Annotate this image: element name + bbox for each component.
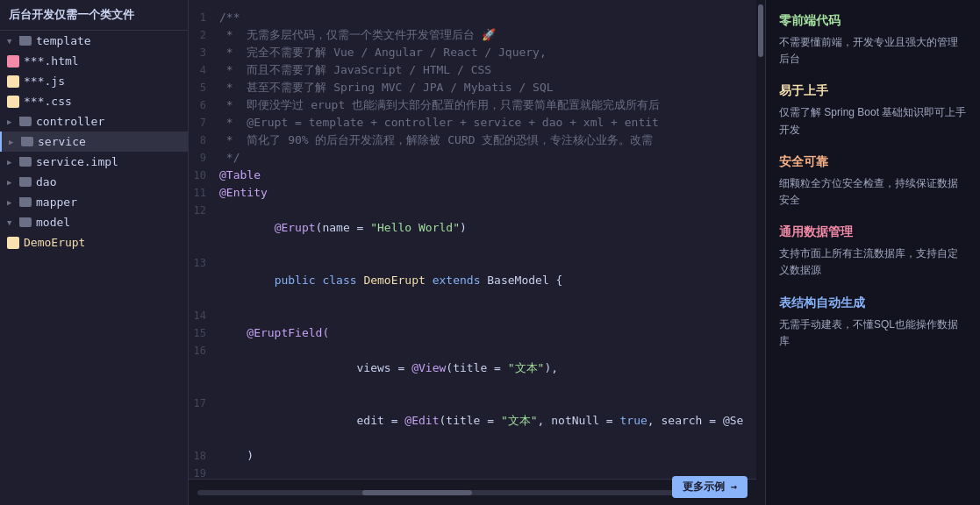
more-examples-button[interactable]: 更多示例 →: [672, 476, 748, 498]
feature-title-zero-frontend: 零前端代码: [779, 13, 967, 29]
feature-table-gen: 表结构自动生成 无需手动建表，不懂SQL也能操作数据库: [779, 295, 967, 350]
code-line-2: 2 * 无需多层代码，仅需一个类文件开发管理后台 🚀: [189, 26, 756, 44]
feature-desc-safe: 细颗粒全方位安全检查，持续保证数据安全: [779, 175, 967, 209]
code-line-1: 1 /**: [189, 9, 756, 26]
code-text-13: public class DemoErupt extends BaseModel…: [219, 254, 748, 307]
bottom-bar: 更多示例 →: [189, 479, 756, 505]
folder-icon: [19, 36, 32, 46]
file-html-icon: [7, 55, 19, 68]
feature-desc-zero-frontend: 不需要懂前端，开发专业且强大的管理后台: [779, 34, 967, 68]
code-line-9: 9 */: [189, 149, 756, 167]
code-text-8: * 简化了 90% 的后台开发流程，解除被 CURD 支配的恐惧，专注核心业务。…: [219, 132, 748, 149]
file-java-icon: [7, 237, 19, 249]
tree-item-html[interactable]: ***.html: [0, 51, 188, 71]
tree-item-js[interactable]: ***.js: [0, 71, 188, 91]
scrollbar-thumb: [362, 490, 472, 495]
line-num-15: 15: [189, 324, 219, 342]
code-text-17: edit = @Edit(title = "文本", notNull = tru…: [219, 395, 748, 447]
line-num-14: 14: [189, 307, 219, 324]
code-text-14: [219, 307, 748, 324]
code-line-11: 11 @Entity: [189, 184, 756, 202]
code-line-5: 5 * 甚至不需要了解 Spring MVC / JPA / Mybatis /…: [189, 79, 756, 96]
folder-service-icon: [21, 137, 33, 146]
code-text-6: * 即便没学过 erupt 也能满到大部分配置的作用，只需要简单配置就能完成所有…: [219, 96, 748, 114]
file-js-icon: [7, 75, 19, 88]
code-text-10: @Table: [219, 167, 748, 184]
code-editor: 1 /** 2 * 无需多层代码，仅需一个类文件开发管理后台 🚀 3 * 完全不…: [189, 0, 756, 505]
expand-arrow-controller: ▶: [7, 117, 16, 126]
code-line-7: 7 * @Erupt = template + controller + ser…: [189, 114, 756, 132]
line-num-13: 13: [189, 254, 219, 272]
tree-item-service[interactable]: ▶ service: [0, 132, 188, 152]
code-text-9: */: [219, 149, 748, 167]
file-demoerupt-label: DemoErupt: [24, 236, 85, 249]
folder-service-impl-label: service.impl: [36, 155, 118, 168]
folder-controller-icon: [19, 117, 32, 126]
folder-service-impl-icon: [19, 157, 32, 167]
tree-item-mapper[interactable]: ▶ mapper: [0, 192, 188, 212]
code-text-19: private String input;: [219, 465, 748, 479]
code-text-3: * 完全不需要了解 Vue / Angular / React / Jquery…: [219, 44, 748, 61]
line-num-17: 17: [189, 395, 219, 412]
code-text-1: /**: [219, 9, 748, 26]
folder-model-label: model: [36, 216, 70, 229]
code-text-15: @EruptField(: [219, 324, 748, 342]
tree-item-dao[interactable]: ▶ dao: [0, 172, 188, 192]
code-text-18: ): [219, 447, 748, 465]
line-num-8: 8: [189, 132, 219, 149]
feature-desc-table-gen: 无需手动建表，不懂SQL也能操作数据库: [779, 317, 967, 350]
line-num-12: 12: [189, 202, 219, 219]
code-line-18: 18 ): [189, 447, 756, 465]
sidebar-title: 后台开发仅需一个类文件: [0, 0, 188, 31]
vertical-scrollbar[interactable]: [756, 0, 765, 505]
folder-dao-label: dao: [36, 175, 56, 188]
expand-arrow-service-impl: ▶: [7, 158, 16, 167]
line-num-1: 1: [189, 9, 219, 26]
tree-item-demoerupt[interactable]: DemoErupt: [0, 232, 188, 252]
line-num-9: 9: [189, 149, 219, 167]
horizontal-scrollbar[interactable]: [197, 490, 748, 495]
code-line-6: 6 * 即便没学过 erupt 也能满到大部分配置的作用，只需要简单配置就能完成…: [189, 96, 756, 114]
tree-item-service-impl[interactable]: ▶ service.impl: [0, 152, 188, 172]
file-html-label: ***.html: [24, 54, 79, 68]
line-num-19: 19: [189, 465, 219, 479]
feature-title-easy-start: 易于上手: [779, 83, 967, 99]
line-num-5: 5: [189, 79, 219, 96]
feature-zero-frontend: 零前端代码 不需要懂前端，开发专业且强大的管理后台: [779, 13, 967, 68]
tree-item-model[interactable]: ▼ model: [0, 212, 188, 232]
code-line-13: 13 public class DemoErupt extends BaseMo…: [189, 254, 756, 307]
tree-item-template[interactable]: ▼ template: [0, 31, 188, 51]
folder-mapper-label: mapper: [36, 196, 77, 209]
code-text-11: @Entity: [219, 184, 748, 202]
code-line-17: 17 edit = @Edit(title = "文本", notNull = …: [189, 395, 756, 447]
feature-title-safe: 安全可靠: [779, 154, 967, 170]
tree-item-css[interactable]: ***.css: [0, 91, 188, 111]
code-text-16: views = @View(title = "文本"),: [219, 342, 748, 395]
line-num-18: 18: [189, 447, 219, 465]
code-line-16: 16 views = @View(title = "文本"),: [189, 342, 756, 395]
line-num-16: 16: [189, 342, 219, 359]
folder-model-icon: [19, 217, 32, 227]
vertical-scrollbar-thumb: [758, 4, 763, 57]
line-num-6: 6: [189, 96, 219, 114]
code-text-2: * 无需多层代码，仅需一个类文件开发管理后台 🚀: [219, 26, 748, 44]
line-num-7: 7: [189, 114, 219, 132]
file-css-label: ***.css: [24, 95, 72, 108]
expand-arrow-mapper: ▶: [7, 198, 16, 207]
expand-arrow-service: ▶: [9, 138, 18, 146]
tree-item-controller[interactable]: ▶ controller: [0, 111, 188, 132]
code-line-10: 10 @Table: [189, 167, 756, 184]
feature-easy-start: 易于上手 仅需了解 Spring Boot 基础知识即可上手开发: [779, 83, 967, 138]
feature-data-manage: 通用数据管理 支持市面上所有主流数据库，支持自定义数据源: [779, 224, 967, 279]
code-content[interactable]: 1 /** 2 * 无需多层代码，仅需一个类文件开发管理后台 🚀 3 * 完全不…: [189, 0, 756, 479]
folder-controller-label: controller: [36, 115, 104, 128]
folder-dao-icon: [19, 177, 32, 187]
code-text-7: * @Erupt = template + controller + servi…: [219, 114, 748, 132]
file-css-icon: [7, 96, 19, 108]
code-line-12: 12 @Erupt(name = "Hello World"): [189, 202, 756, 254]
code-line-8: 8 * 简化了 90% 的后台开发流程，解除被 CURD 支配的恐惧，专注核心业…: [189, 132, 756, 149]
code-line-4: 4 * 而且不需要了解 JavaScript / HTML / CSS: [189, 61, 756, 79]
features-panel: 零前端代码 不需要懂前端，开发专业且强大的管理后台 易于上手 仅需了解 Spri…: [765, 0, 980, 505]
file-tree-sidebar: 后台开发仅需一个类文件 ▼ template ***.html ***.js *…: [0, 0, 189, 505]
code-line-19: 19 private String input;: [189, 465, 756, 479]
